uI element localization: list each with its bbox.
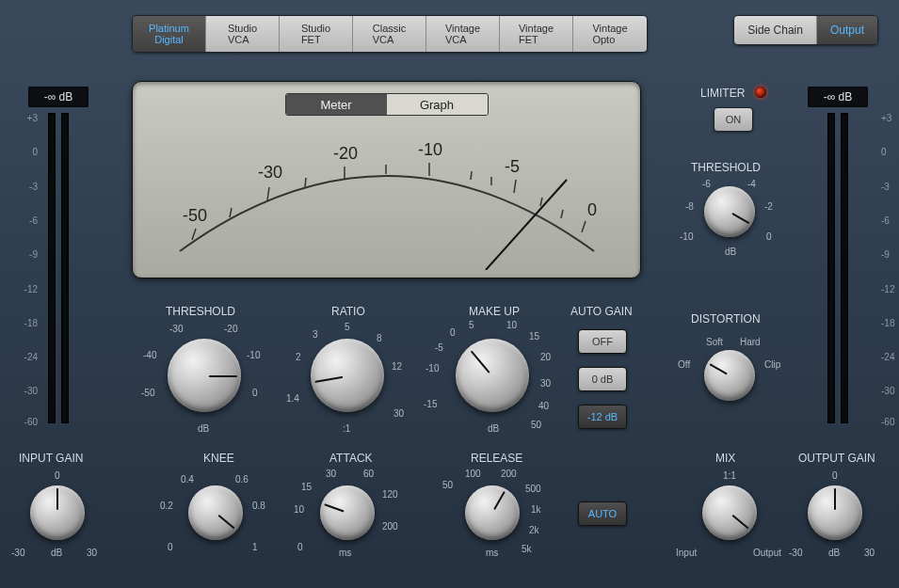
svg-line-5: [582, 221, 586, 232]
output-meter-bar-l: [827, 113, 835, 423]
preset-tab-vintage-opto[interactable]: VintageOpto: [573, 16, 647, 52]
limiter-label: LIMITER: [700, 87, 745, 100]
input-level-meter: -∞ dB +3 0 -3 -6 -9 -12 -18 -24 -30 -60: [23, 87, 94, 423]
preset-tab-vintage-fet[interactable]: VintageFET: [500, 16, 573, 52]
makeup-label: MAKE UP: [469, 305, 520, 318]
input-gain-knob[interactable]: [30, 485, 85, 540]
output-tab[interactable]: Output: [817, 16, 877, 44]
distortion-knob[interactable]: [704, 350, 755, 401]
vu-scale--5: -5: [505, 157, 520, 176]
vu-scale--10: -10: [418, 140, 442, 159]
svg-line-1: [267, 187, 269, 200]
release-label: RELEASE: [471, 452, 522, 465]
svg-line-9: [471, 171, 472, 180]
autogain--12db-button[interactable]: -12 dB: [578, 405, 627, 429]
svg-line-6: [230, 208, 232, 217]
knee-label: KNEE: [203, 452, 234, 465]
input-meter-bar-l: [48, 113, 56, 423]
vu-scale--30: -30: [258, 163, 282, 182]
input-gain-label: INPUT GAIN: [19, 452, 83, 465]
limiter-on-button[interactable]: ON: [714, 107, 753, 132]
output-meter-bar-r: [841, 113, 848, 423]
preset-tab-platinum[interactable]: PlatinumDigital: [133, 16, 206, 52]
autogain-0db-button[interactable]: 0 dB: [578, 367, 627, 391]
threshold-knob[interactable]: [168, 339, 241, 412]
threshold-label: THRESHOLD: [166, 305, 235, 318]
sidechain-tab[interactable]: Side Chain: [734, 16, 817, 44]
autogain-label: AUTO GAIN: [570, 305, 633, 318]
svg-line-0: [192, 229, 196, 240]
preset-tab-studio-vca[interactable]: StudioVCA: [206, 16, 280, 52]
ratio-knob[interactable]: [311, 339, 384, 412]
vu-scale--20: -20: [333, 144, 358, 163]
release-auto-button[interactable]: AUTO: [578, 501, 627, 526]
limiter-threshold-knob[interactable]: [704, 186, 755, 237]
attack-knob[interactable]: [320, 485, 375, 540]
attack-label: ATTACK: [329, 452, 373, 465]
preset-tab-classic-vca[interactable]: ClassicVCA: [353, 16, 426, 52]
distortion-label: DISTORTION: [691, 312, 761, 326]
makeup-knob[interactable]: [456, 339, 529, 412]
release-knob[interactable]: [465, 485, 520, 540]
output-level-meter: -∞ dB +3 0 -3 -6 -9 -12 -18 -24 -30 -60: [802, 87, 874, 423]
mix-label: MIX: [715, 452, 735, 465]
limiter-threshold-label: THRESHOLD: [691, 161, 761, 174]
limiter-led-icon: [755, 87, 766, 98]
vu-meter-display: Meter Graph -50 -30 -20 -10 -5 0: [132, 81, 641, 278]
sidechain-output-tabs: Side Chain Output: [733, 15, 878, 45]
input-meter-readout: -∞ dB: [28, 87, 88, 107]
vu-scale--50: -50: [183, 206, 207, 225]
graph-tab[interactable]: Graph: [387, 94, 488, 115]
output-gain-knob[interactable]: [808, 485, 862, 540]
knee-knob[interactable]: [188, 485, 243, 540]
preset-tabs: PlatinumDigital StudioVCA StudioFET Clas…: [132, 15, 648, 53]
output-gain-label: OUTPUT GAIN: [798, 452, 875, 465]
svg-line-7: [305, 178, 306, 187]
svg-line-11: [540, 198, 542, 206]
preset-tab-vintage-vca[interactable]: VintageVCA: [426, 16, 500, 52]
autogain-off-button[interactable]: OFF: [578, 329, 627, 354]
mix-knob[interactable]: [702, 485, 757, 540]
ratio-label: RATIO: [331, 305, 365, 318]
svg-line-4: [514, 180, 516, 193]
preset-tab-studio-fet[interactable]: StudioFET: [280, 16, 353, 52]
input-meter-bar-r: [61, 113, 69, 423]
output-meter-readout: -∞ dB: [808, 87, 868, 107]
vu-scale-0: 0: [587, 200, 597, 219]
meter-tab[interactable]: Meter: [286, 94, 387, 115]
vu-needle-display: -50 -30 -20 -10 -5 0: [147, 119, 627, 270]
svg-line-12: [561, 210, 563, 218]
